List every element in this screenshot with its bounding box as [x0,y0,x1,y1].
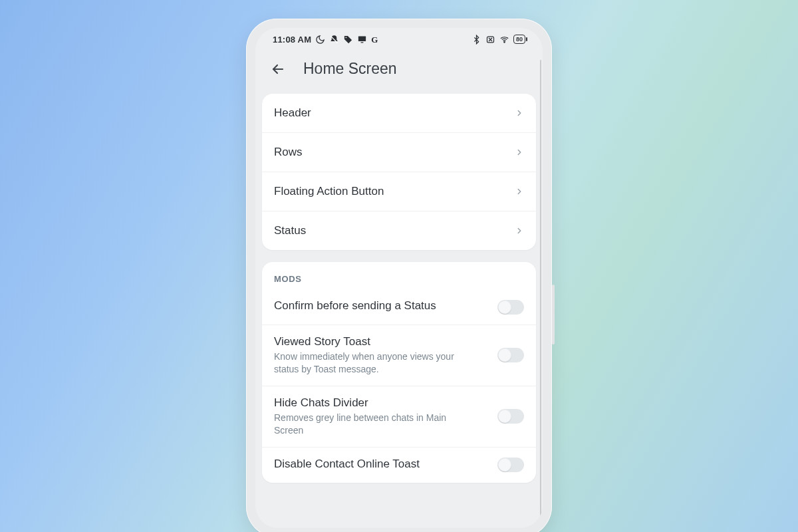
nav-item-header[interactable]: Header [262,94,536,132]
status-bar-left: 11:08 AM G [273,35,378,45]
mod-text: Hide Chats Divider Removes grey line bet… [274,396,467,437]
page-title: Home Screen [303,60,397,78]
nav-item-fab[interactable]: Floating Action Button [262,172,536,211]
mod-confirm-status[interactable]: Confirm before sending a Status [262,289,536,325]
chevron-right-icon [515,148,524,157]
mod-title: Hide Chats Divider [274,396,467,410]
mod-title: Confirm before sending a Status [274,299,436,313]
nav-card: Header Rows Floating Action Button Statu… [262,94,536,250]
status-bar-right: 80 [471,35,525,45]
mod-hide-chats-divider[interactable]: Hide Chats Divider Removes grey line bet… [262,386,536,447]
phone-frame: 11:08 AM G [246,19,552,532]
mod-desc: Know immediately when anyone views your … [274,350,467,376]
mod-text: Confirm before sending a Status [274,299,436,315]
chevron-right-icon [515,187,524,196]
svg-point-0 [346,37,347,38]
battery-icon: 80 [513,35,525,44]
app-bar: Home Screen [255,51,543,94]
mute-icon [329,35,339,45]
status-time: 11:08 AM [273,35,311,45]
phone-screen: 11:08 AM G [255,28,543,528]
mods-section-title: MODS [262,262,536,289]
status-bar: 11:08 AM G [255,28,543,51]
nav-item-label: Floating Action Button [274,185,384,198]
svg-rect-2 [361,42,364,43]
cast-icon [357,35,367,45]
mod-text: Viewed Story Toast Know immediately when… [274,335,467,376]
nav-item-label: Header [274,106,311,120]
mod-title: Viewed Story Toast [274,335,467,348]
moon-icon [315,35,325,45]
battery-percent: 80 [516,36,523,43]
no-sim-icon [485,35,495,45]
google-icon: G [371,35,378,44]
back-button[interactable] [270,61,286,77]
mod-desc: Removes grey line between chats in Main … [274,412,467,437]
mods-card: MODS Confirm before sending a Status Vie… [262,262,536,483]
nav-item-rows[interactable]: Rows [262,132,536,172]
nav-item-label: Rows [274,146,303,159]
mod-viewed-story-toast[interactable]: Viewed Story Toast Know immediately when… [262,325,536,386]
mod-title: Disable Contact Online Toast [274,458,420,471]
nav-item-status[interactable]: Status [262,211,536,250]
wifi-icon [499,35,509,45]
toggle-viewed-story-toast[interactable] [497,348,524,362]
mod-disable-contact-online-toast[interactable]: Disable Contact Online Toast [262,447,536,483]
content-area: Header Rows Floating Action Button Statu… [255,94,543,483]
tag-icon [343,35,353,45]
scrollbar[interactable] [540,60,541,521]
chevron-right-icon [515,226,524,235]
svg-point-4 [504,41,505,43]
mod-text: Disable Contact Online Toast [274,458,420,473]
chevron-right-icon [515,108,524,118]
toggle-hide-chats-divider[interactable] [497,409,524,424]
svg-rect-1 [358,36,366,41]
nav-item-label: Status [274,224,306,237]
toggle-confirm-status[interactable] [497,300,524,315]
toggle-disable-contact-online-toast[interactable] [497,458,524,472]
bluetooth-icon [471,35,481,45]
